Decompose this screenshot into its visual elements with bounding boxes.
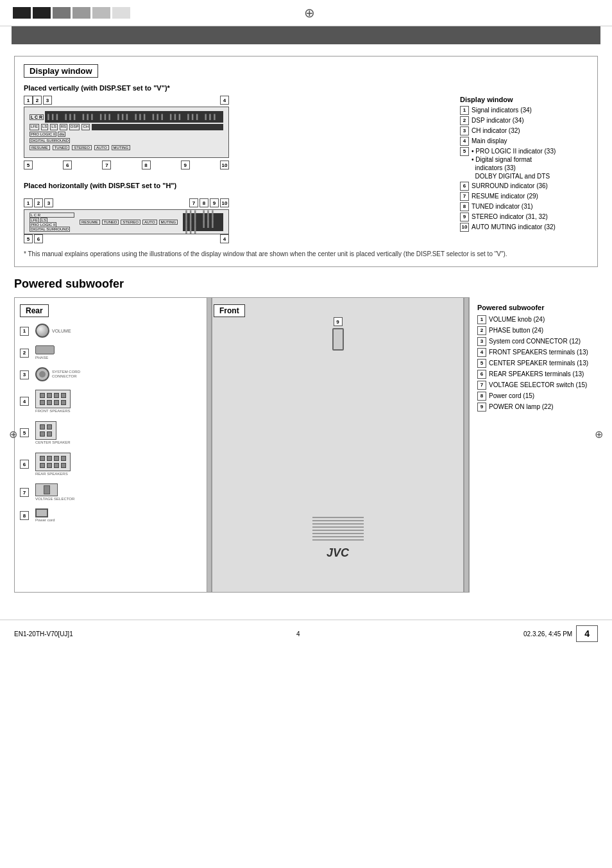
grill-line5 — [312, 530, 364, 531]
legend-text-1: Signal indicators (34) — [472, 106, 532, 114]
rear-term-row2 — [40, 463, 66, 468]
sub-leg-text-3: System cord CONNECTOR (12) — [489, 337, 581, 345]
legend-callout-10: 10 — [460, 223, 469, 232]
sub-leg-callout-8: 8 — [477, 392, 486, 401]
callout-9: 9 — [181, 161, 190, 169]
sub-legend-3: 3 System cord CONNECTOR (12) — [477, 337, 590, 346]
callout-7: 7 — [102, 161, 111, 169]
legend-item-10: 10 AUTO MUTING indicator (32) — [460, 223, 588, 232]
sub-leg-text-6: REAR SPEAKERS terminals (13) — [489, 370, 584, 378]
legend-item-1: 1 Signal indicators (34) — [460, 106, 588, 115]
term-r1 — [40, 456, 45, 461]
front-term-row1 — [40, 393, 66, 398]
date-ref: 02.3.26, 4:45 PM — [523, 630, 572, 638]
row-callout-6: 6 — [20, 458, 33, 470]
connector-label: SYSTEM CORDCONNECTOR — [52, 370, 80, 379]
legend-callout-3: 3 — [460, 126, 469, 135]
file-ref: EN1-20TH-V70[UJ]1 — [14, 630, 73, 638]
block5 — [92, 7, 110, 19]
h-digital-row: DIGITAL SURROUND — [30, 227, 74, 231]
vert-disp-panel: L C R ▌▌▌ ▌▌▌ ▌▌▌ ▌▌▌ ▌▌▌ ▌▌▌ ▌▌▌ ▌▌▌ ▌▌… — [24, 107, 229, 158]
term-fr1 — [54, 393, 59, 398]
sub-leg-callout-7: 7 — [477, 381, 486, 390]
connector-area: SYSTEM CORDCONNECTOR — [35, 367, 80, 381]
num-row-1: 1 — [24, 96, 33, 105]
sub-callout-9-front: 9 — [334, 317, 343, 326]
badge-auto: AUTO — [94, 145, 109, 150]
h-b-callout-6: 6 — [34, 234, 43, 243]
ch-ind: CH — [81, 124, 90, 130]
row-callout-3: 3 — [20, 369, 33, 380]
left-crosshair: ⊕ — [9, 428, 17, 440]
legend-item-2: 2 DSP indicator (34) — [460, 116, 588, 125]
main-display-seg: ▌▌▌ ▌▌▌ ▌▌▌ ▌▌▌ ▌▌▌ ▌▌▌ ▌▌▌ ▌▌▌ ▌▌▌ ▌▌▌ — [45, 111, 223, 123]
h-badges: RESUME TUNED STEREO AUTO MUTING — [80, 220, 178, 225]
display-layout: 1 2 3 4 — [24, 96, 588, 245]
row-callout-4: 4 — [20, 395, 33, 407]
top-bar-left-blocks — [13, 7, 130, 19]
h-callout-7: 7 — [189, 198, 198, 207]
sub-legend-4: 4 FRONT SPEAKERS terminals (13) — [477, 348, 590, 357]
num-8: 8 — [142, 161, 151, 169]
term-fr4 — [61, 400, 66, 405]
legend-callout-9: 9 — [460, 213, 469, 221]
horiz-disp-panel: L C R LFE LS PRO LOGIC II DIGITAL SURROU… — [24, 209, 229, 234]
h-callout-1: 1 — [24, 198, 33, 207]
rs-ind: RS — [60, 124, 67, 130]
badge-resume: RESUME — [30, 145, 50, 150]
h-badge-muting: MUTING — [159, 220, 178, 225]
term-fl3 — [40, 400, 45, 405]
callout-4: 4 — [220, 96, 229, 105]
horiz-panel-container: 1 2 3 7 8 9 10 L C R — [24, 198, 448, 245]
horiz-bottom-nums: 5 6 4 — [24, 234, 229, 243]
sub-leg-text-5: CENTER SPEAKER terminals (13) — [489, 359, 588, 367]
vert-bottom-nums: 5 6 7 8 9 — [24, 161, 229, 169]
display-section-title: Display window — [24, 64, 98, 78]
ls-ind: LS — [41, 124, 48, 130]
volume-label: VOLUME — [52, 329, 71, 333]
horiz-top-nums: 1 2 3 7 8 9 10 — [24, 198, 229, 207]
sub-leg-callout-6: 6 — [477, 370, 486, 379]
legend-item-4: 4 Main display — [460, 137, 588, 146]
legend-callout-6: 6 — [460, 182, 469, 191]
crosshair-center: ⊕ — [130, 5, 489, 21]
block2 — [33, 7, 51, 19]
front-label-area: Front — [214, 304, 245, 324]
speaker-grill — [312, 517, 364, 541]
callout-3: 3 — [43, 96, 52, 105]
display-footnote: * This manual explains operations using … — [24, 250, 588, 257]
legend-text-9: STEREO indicator (31, 32) — [472, 213, 548, 221]
jvc-brand: JVC — [327, 546, 349, 560]
sub-leg-text-2: PHASE button (24) — [489, 326, 543, 334]
page-number-box: 4 — [576, 625, 598, 642]
header-bar — [12, 26, 600, 44]
row-callout-7: 7 — [20, 487, 33, 498]
grill-line8 — [312, 539, 364, 541]
sub-leg-callout-4: 4 — [477, 348, 486, 357]
bottom-badges-row: RESUME TUNED STEREO AUTO MUTING — [30, 145, 223, 150]
voltage-toggle — [44, 485, 50, 494]
block6 — [112, 7, 130, 19]
legend-item-5: 5 • PRO LOGIC II indicator (33)• Digital… — [460, 147, 588, 180]
voltage-label: VOLTAGE SELECTOR — [35, 497, 74, 501]
block3 — [53, 7, 71, 19]
badge-stereo: STEREO — [72, 145, 92, 150]
sub-legend-6: 6 REAR SPEAKERS terminals (13) — [477, 370, 590, 379]
rear-row-8: 8 Power cord — [20, 508, 201, 522]
callout-10: 10 — [220, 161, 229, 169]
lcr-indicator: L C R — [30, 114, 44, 120]
h-callout-8: 8 — [200, 198, 208, 207]
center-spk-label: CENTER SPEAKER — [35, 440, 71, 444]
page-footer: EN1-20TH-V70[UJ]1 4 02.3.26, 4:45 PM 4 — [0, 620, 612, 647]
h-badge-stereo: STEREO — [121, 220, 140, 225]
volume-knob — [35, 324, 49, 338]
power-cord-label: Power cord — [35, 518, 55, 522]
sub-legend-5: 5 CENTER SPEAKER terminals (13) — [477, 359, 590, 368]
rear-label: Rear — [20, 304, 49, 317]
rear-row-7: 7 VOLTAGE SELECTOR — [20, 483, 201, 501]
legend-text-5: • PRO LOGIC II indicator (33)• Digital s… — [472, 147, 556, 180]
indicators-row: L C R ▌▌▌ ▌▌▌ ▌▌▌ ▌▌▌ ▌▌▌ ▌▌▌ ▌▌▌ ▌▌▌ ▌▌… — [30, 111, 223, 123]
sub-legend-7: 7 VOLTAGE SELECTOR switch (15) — [477, 381, 590, 390]
sub-legend-title: Powered subwoofer — [477, 304, 590, 311]
callout-8: 8 — [142, 161, 151, 169]
